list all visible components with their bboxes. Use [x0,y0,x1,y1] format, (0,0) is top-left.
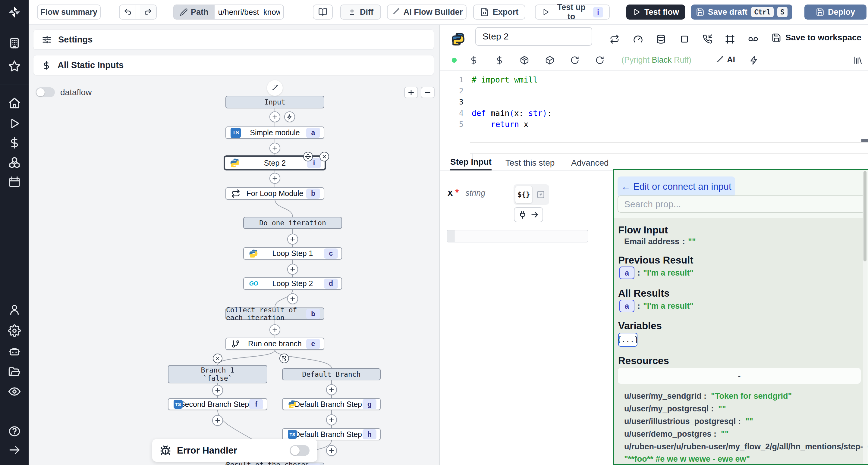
library-icon[interactable] [853,56,863,65]
tab-step-input[interactable]: Step Input [450,155,492,170]
workspace-icon[interactable] [8,37,21,49]
zap-icon[interactable] [749,56,759,65]
users-icon[interactable] [8,303,21,316]
node-do-one-iteration[interactable]: Do one iteration [243,217,342,229]
resources-icon[interactable] [8,156,21,169]
node-default-branch-step-1[interactable]: Default Branch Step 1 g [282,398,381,410]
reload-icon[interactable] [570,56,579,65]
node-branch-1[interactable]: Branch 1 `false` [168,365,267,384]
variables-icon[interactable] [8,136,21,149]
resource-row[interactable]: u/user/my_postgresql : "" [624,403,859,415]
folders-icon[interactable] [8,365,21,378]
add-step-button[interactable] [270,173,280,184]
audit-eye-icon[interactable] [8,385,21,398]
windmill-logo-icon[interactable] [7,5,22,19]
node-default-branch-step-2[interactable]: TS Default Branch Step 2 h [282,428,381,440]
resource-row[interactable]: u/ruben-user/u/ruben-user/my_flow_2/g/al… [624,441,859,465]
all-results-row[interactable]: a : "I'm a result" [619,300,693,312]
diff-button[interactable]: Diff [340,4,381,20]
add-step-button[interactable] [326,445,337,456]
schedules-icon[interactable] [8,175,21,188]
path-input[interactable] [215,5,283,19]
remove-branch-button[interactable] [213,354,222,363]
scrollbar[interactable] [863,171,867,465]
add-branch-button[interactable] [279,354,289,363]
move-node-button[interactable] [303,152,313,161]
home-icon[interactable] [8,97,21,110]
node-run-one-branch[interactable]: Run one branch e [225,338,324,350]
step-name-input[interactable] [475,27,592,46]
tab-advanced[interactable]: Advanced [571,155,609,170]
connect-input-button[interactable] [514,207,543,222]
add-step-button[interactable] [270,324,280,335]
package-icon[interactable] [545,56,554,65]
test-flow-button[interactable]: Test flow [626,4,685,20]
node-second-branch-step-1[interactable]: TS Second Branch Step 1 f [168,398,267,410]
node-input[interactable]: Input [225,96,324,108]
back-to-edit-button[interactable]: ← Edit or connect an input [618,176,735,197]
node-default-branch[interactable]: Default Branch [282,368,381,380]
export-button[interactable]: Export [473,4,525,20]
save-to-workspace-button[interactable]: Save to workspace [772,33,861,42]
add-trigger-bolt-button[interactable] [284,111,295,122]
error-handler-card[interactable]: Error Handler [152,439,317,462]
resources-filter[interactable]: - [618,368,861,384]
flow-summary-button[interactable]: Flow summary [37,4,101,20]
flow-ai-wand-button[interactable] [267,80,283,96]
node-loop-step-1[interactable]: Loop Step 1 c [243,247,342,260]
test-up-to-button[interactable]: Test up to i [535,4,610,20]
static-inputs-icon[interactable] [495,56,504,65]
add-step-button[interactable] [287,293,298,304]
variables-badge[interactable]: {...} [618,333,638,346]
template-mode-button[interactable]: ${} [515,186,532,203]
favorites-star-icon[interactable] [8,60,21,73]
save-draft-button[interactable]: Save draft Ctrl S [691,4,792,20]
node-result[interactable]: Result of the chosen branch a [225,463,324,465]
docs-book-button[interactable] [313,4,333,20]
deploy-button[interactable]: Deploy [804,4,867,20]
flow-input-row[interactable]: Email address : "" [624,237,696,246]
node-for-loop[interactable]: For Loop Module b [225,187,324,200]
delete-node-button[interactable] [319,152,329,161]
add-step-button[interactable] [326,414,337,425]
package-icon[interactable] [520,56,529,65]
error-handler-toggle[interactable] [290,445,310,456]
add-step-button[interactable] [287,264,298,275]
add-step-button[interactable] [270,143,280,154]
redo-button[interactable] [140,5,156,19]
code-editor[interactable]: 1# import wmill 2 3 4 def main(x: str): … [440,70,868,155]
gauge-icon[interactable] [633,34,643,44]
workers-icon[interactable] [8,345,21,358]
cache-icon[interactable] [610,34,619,44]
arg-value-input[interactable] [447,230,588,242]
ai-assistant-button[interactable]: AI [715,55,735,64]
prop-search-input[interactable] [618,195,865,212]
node-loop-step-2[interactable]: GO Loop Step 2 d [243,277,342,290]
add-step-button[interactable] [270,111,280,122]
voicemail-icon[interactable] [748,34,758,44]
concurrency-icon[interactable] [680,35,689,44]
resource-row[interactable]: u/user/illustrious_postgresql : "" [624,415,859,428]
database-icon[interactable] [656,34,666,44]
runs-icon[interactable] [8,117,21,130]
undo-button[interactable] [120,5,136,19]
settings-gear-icon[interactable] [8,324,21,337]
previous-result-row[interactable]: a : "I'm a result" [619,267,693,279]
path-button[interactable]: Path [174,5,215,19]
add-step-button[interactable] [326,384,337,395]
add-step-button[interactable] [212,415,223,426]
reload-icon[interactable] [595,56,604,65]
tab-test-this-step[interactable]: Test this step [505,155,555,170]
resource-row[interactable]: u/user/my_sendgrid : "Token for sendgrid… [624,390,859,402]
node-collect-result[interactable]: Collect result of each iteration b [225,307,324,320]
add-step-button[interactable] [212,385,223,396]
frame-icon[interactable] [725,34,735,44]
ai-flow-builder-button[interactable]: AI Flow Builder [387,4,467,20]
help-icon[interactable] [8,425,21,438]
call-icon[interactable] [703,34,712,44]
static-inputs-icon[interactable] [469,56,478,65]
resource-row[interactable]: u/user/demo_postgres : "" [624,428,859,440]
collapse-arrow-icon[interactable] [8,444,21,456]
function-mode-button[interactable] [534,186,548,203]
node-simple-module[interactable]: TS Simple module a [225,127,324,139]
